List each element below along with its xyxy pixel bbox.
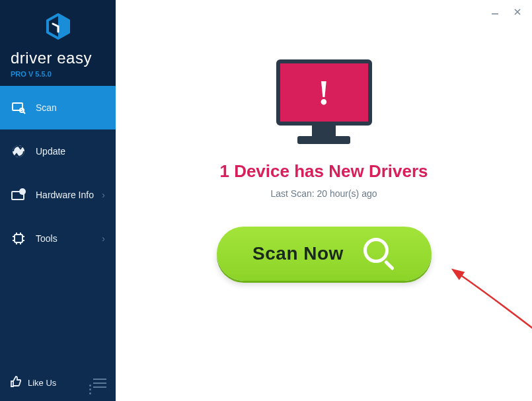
hardware-info-icon: i xyxy=(11,187,26,203)
main-content: ! 1 Device has New Drivers Last Scan: 20… xyxy=(116,0,532,401)
brand-name: driver easy xyxy=(11,49,105,67)
scan-now-button[interactable]: Scan Now xyxy=(217,227,432,281)
scan-now-label: Scan Now xyxy=(252,243,344,264)
svg-text:i: i xyxy=(22,189,23,195)
sidebar-item-update[interactable]: Update xyxy=(0,129,116,173)
tools-icon xyxy=(11,231,26,246)
logo-icon xyxy=(11,12,105,44)
sidebar-item-label: Update xyxy=(36,146,105,157)
chevron-right-icon: › xyxy=(102,190,105,200)
close-button[interactable] xyxy=(511,5,524,18)
chevron-right-icon: › xyxy=(102,233,105,244)
sidebar-item-hardware-info[interactable]: i Hardware Info › xyxy=(0,173,116,217)
like-us-label: Like Us xyxy=(28,378,56,388)
search-icon xyxy=(361,237,395,271)
brand-version: PRO V 5.5.0 xyxy=(11,70,105,78)
thumbs-up-icon xyxy=(9,375,22,390)
titlebar xyxy=(116,0,532,24)
update-icon xyxy=(11,143,26,159)
sidebar-item-tools[interactable]: Tools › xyxy=(0,217,116,260)
like-us-button[interactable]: Like Us xyxy=(9,375,56,390)
sidebar-item-scan[interactable]: Scan xyxy=(0,86,116,129)
scan-result-headline: 1 Device has New Drivers xyxy=(219,161,428,182)
scan-icon xyxy=(11,100,26,116)
logo-area: driver easy PRO V 5.5.0 xyxy=(0,0,116,86)
last-scan-text: Last Scan: 20 hour(s) ago xyxy=(270,188,377,199)
sidebar-item-label: Tools xyxy=(36,233,102,244)
sidebar-item-label: Scan xyxy=(36,102,105,113)
annotation-arrow xyxy=(433,264,532,344)
minimize-button[interactable] xyxy=(488,5,502,18)
menu-button[interactable] xyxy=(93,379,106,388)
nav: Scan Update i Hardware Info › xyxy=(0,86,116,375)
sidebar: driver easy PRO V 5.5.0 Scan Update xyxy=(0,0,116,401)
alert-monitor-icon: ! xyxy=(276,59,372,144)
sidebar-item-label: Hardware Info xyxy=(36,190,102,200)
svg-rect-6 xyxy=(15,235,22,242)
